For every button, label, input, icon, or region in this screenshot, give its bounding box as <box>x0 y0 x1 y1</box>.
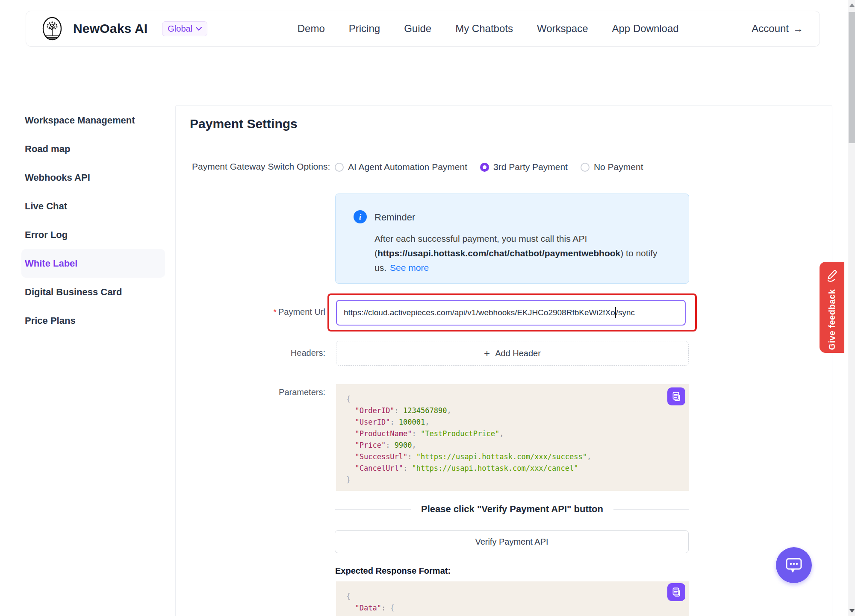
page-title: Payment Settings <box>190 117 298 131</box>
reminder-body: After each successful payment, you must … <box>374 232 674 275</box>
sidebar-item-workspace-management[interactable]: Workspace Management <box>21 106 165 135</box>
top-navbar: NewOaks AI Global DemoPricingGuideMy Cha… <box>26 11 820 47</box>
divider-line-right <box>613 509 689 510</box>
arrow-right-icon: → <box>793 23 803 35</box>
sidebar-item-digital-business-card[interactable]: Digital Business Card <box>21 278 165 306</box>
copy-icon <box>671 391 681 402</box>
verify-instruction-divider: Please click "Verify Payment API" button <box>335 504 689 515</box>
region-dropdown[interactable]: Global <box>162 21 207 36</box>
code-line: "SuccessUrl": "https://usapi.hottask.com… <box>346 451 680 463</box>
code-line: { <box>346 393 680 405</box>
nav-item-pricing[interactable]: Pricing <box>349 23 380 35</box>
copy-response-button[interactable] <box>667 583 685 601</box>
sidebar-item-road-map[interactable]: Road map <box>21 135 165 163</box>
divider-line-left <box>335 509 411 510</box>
radio-icon[interactable] <box>335 163 344 172</box>
sidebar-item-price-plans[interactable]: Price Plans <box>21 306 165 335</box>
expected-response-label: Expected Response Format: <box>335 566 451 576</box>
radio-label: AI Agent Automation Payment <box>348 162 467 172</box>
account-link[interactable]: Account → <box>752 23 803 35</box>
nav-menu: DemoPricingGuideMy ChatbotsWorkspaceApp … <box>224 23 752 35</box>
reminder-line-1: After each successful payment, you must … <box>374 232 674 246</box>
add-header-button[interactable]: + Add Header <box>336 341 689 366</box>
reminder-api-url: https://usapi.hottask.com/chat/chatbot/p… <box>377 248 620 258</box>
copy-icon <box>671 587 681 597</box>
reminder-line-3: us.See more <box>374 261 674 275</box>
chat-bubble-icon <box>784 556 804 575</box>
nav-item-demo[interactable]: Demo <box>298 23 325 35</box>
sidebar-item-webhooks-api[interactable]: Webhooks API <box>21 163 165 192</box>
verify-instruction-text: Please click "Verify Payment API" button <box>421 504 603 515</box>
radio-option-no-payment[interactable]: No Payment <box>581 162 643 172</box>
code-line: "UserID": 100001, <box>346 417 680 428</box>
chevron-down-icon <box>196 27 202 31</box>
gateway-switch-row: Payment Gateway Switch Options: AI Agent… <box>176 158 832 176</box>
code-line: "Data": { <box>346 602 680 614</box>
info-icon: i <box>354 210 367 223</box>
payment-url-input[interactable]: https://cloud.activepieces.com/api/v1/we… <box>336 300 686 326</box>
code-line: "ProductName": "TestProductPrice", <box>346 428 680 440</box>
payment-url-label: *Payment Url <box>183 307 325 317</box>
parameters-code-block: { "OrderID": 1234567890, "UserID": 10000… <box>336 384 689 491</box>
parameters-label: Parameters: <box>183 387 325 397</box>
nav-item-app-download[interactable]: App Download <box>612 23 679 35</box>
reminder-title: Reminder <box>374 212 415 223</box>
required-asterisk: * <box>273 307 277 317</box>
gateway-options-label: Payment Gateway Switch Options: <box>192 161 330 172</box>
pencil-icon <box>826 269 838 283</box>
radio-label: No Payment <box>594 162 643 172</box>
gateway-options: AI Agent Automation Payment3rd Party Pay… <box>335 158 643 176</box>
region-dropdown-label: Global <box>168 24 192 34</box>
scrollbar-down-arrow[interactable] <box>849 609 855 613</box>
code-line: "URL": "https://checkout.stripe.com/xxxx… <box>346 614 680 616</box>
expected-response-code-block: { "Data": { "URL": "https://checkout.str… <box>336 581 689 616</box>
headers-label: Headers: <box>183 348 325 358</box>
panel-header: Payment Settings <box>176 106 832 142</box>
account-label: Account <box>752 23 789 35</box>
see-more-link[interactable]: See more <box>390 263 429 273</box>
brand-group[interactable]: NewOaks AI Global <box>39 15 207 42</box>
radio-option-ai-agent-automation-payment[interactable]: AI Agent Automation Payment <box>335 162 467 172</box>
sidebar-item-white-label[interactable]: White Label <box>21 249 165 278</box>
code-line: "Price": 9900, <box>346 440 680 451</box>
newoaks-tree-logo-icon <box>39 15 65 42</box>
give-feedback-label: Give feedback <box>827 289 837 350</box>
radio-label: 3rd Party Payment <box>493 162 568 172</box>
nav-item-my-chatbots[interactable]: My Chatbots <box>455 23 513 35</box>
scrollbar-up-arrow[interactable] <box>849 3 855 7</box>
give-feedback-tab[interactable]: Give feedback <box>820 262 844 353</box>
brand-name[interactable]: NewOaks AI <box>73 21 147 36</box>
code-line: { <box>346 591 680 602</box>
code-line: } <box>346 474 680 486</box>
scrollbar-thumb[interactable] <box>849 12 855 143</box>
code-line: "OrderID": 1234567890, <box>346 405 680 417</box>
nav-item-workspace[interactable]: Workspace <box>537 23 588 35</box>
sidebar: Workspace ManagementRoad mapWebhooks API… <box>21 106 165 335</box>
verify-payment-api-button[interactable]: Verify Payment API <box>335 530 689 553</box>
reminder-alert: i Reminder After each successful payment… <box>335 194 689 284</box>
reminder-line-2: (https://usapi.hottask.com/chat/chatbot/… <box>374 246 674 261</box>
payment-settings-panel: Payment Settings Payment Gateway Switch … <box>175 105 832 616</box>
radio-icon[interactable] <box>581 163 590 172</box>
plus-icon: + <box>484 348 490 358</box>
code-line: "CancelUrl": "https://usapi.hottask.com/… <box>346 463 680 474</box>
payment-url-value-before-caret: https://cloud.activepieces.com/api/v1/we… <box>344 308 615 317</box>
sidebar-item-live-chat[interactable]: Live Chat <box>21 192 165 220</box>
page: NewOaks AI Global DemoPricingGuideMy Cha… <box>0 0 855 616</box>
radio-selected-icon[interactable] <box>480 163 489 172</box>
radio-option-3rd-party-payment[interactable]: 3rd Party Payment <box>480 162 568 172</box>
chat-launcher-button[interactable] <box>776 547 812 583</box>
copy-parameters-button[interactable] <box>667 387 685 405</box>
nav-item-guide[interactable]: Guide <box>404 23 431 35</box>
payment-url-value-after-caret: /sync <box>616 308 635 317</box>
vertical-scrollbar[interactable] <box>848 0 855 616</box>
sidebar-item-error-log[interactable]: Error Log <box>21 220 165 249</box>
